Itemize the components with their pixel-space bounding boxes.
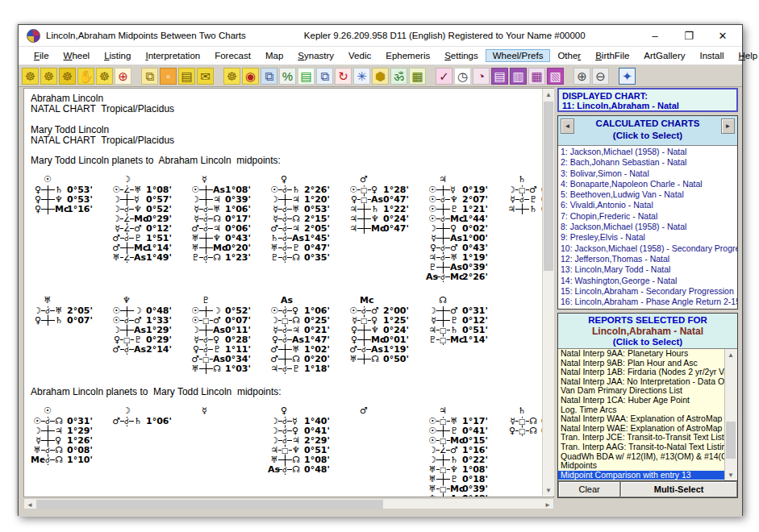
grid-ball-icon[interactable]: ⬢ (372, 68, 389, 85)
calculated-chart-item[interactable]: 9: Presley,Elvis - Natal (558, 232, 737, 243)
report-item[interactable]: Natal Interp JAA: No Interpretation - Da… (558, 377, 725, 387)
charts-page-right-button[interactable]: ► (721, 118, 735, 134)
report-item[interactable]: Natal Interp 1CA: Huber Age Point (558, 396, 725, 405)
calculated-chart-item[interactable]: 15: Lincoln,Abraham - Secondary Progress… (558, 286, 737, 297)
horizontal-scroll-thumb[interactable] (36, 500, 383, 509)
email-chart-icon[interactable]: ✉ (197, 68, 214, 85)
grid-report-icon[interactable]: ▦ (528, 68, 545, 85)
interpretation-list-icon[interactable]: ▤ (298, 68, 315, 85)
midpoint-row: ♇□Mc1°14' (426, 335, 497, 345)
calculated-charts-list[interactable]: 1: Jackson,Michael (1958) - Natal2: Bach… (558, 146, 737, 309)
menu-settings[interactable]: Settings (437, 49, 486, 62)
reports-scroll-down-arrow[interactable]: ▼ (725, 469, 736, 480)
scroll-left-arrow[interactable]: ◄ (24, 499, 35, 510)
menu-forecast[interactable]: Forecast (207, 49, 258, 62)
vertical-scrollbar[interactable]: ▲ ▼ (542, 89, 554, 496)
menu-listing[interactable]: Listing (97, 49, 138, 62)
report-item[interactable]: Natal Interp 1AB: Firdaria (Nodes 2 yr/2… (558, 368, 725, 377)
report-item[interactable]: Tran. Interp AAG: Transit-to-Natal Text … (558, 443, 725, 452)
reports-scroll-up-arrow[interactable]: ▲ (725, 349, 736, 360)
reports-list[interactable]: Natal Interp 9AA: Planetary HoursNatal I… (558, 348, 737, 480)
report-item[interactable]: Natal Interp WAA: Explanation of AstroMa… (558, 414, 725, 424)
save-icon[interactable]: ◦ (160, 68, 177, 85)
calculated-chart-item[interactable]: 3: Bolivar,Simon - Natal (558, 168, 737, 179)
report-item[interactable]: Natal Interp 9AB: Plan Hour and Asc (558, 359, 725, 368)
clock-icon[interactable]: ◷ (454, 68, 471, 85)
menu-synastry[interactable]: Synastry (290, 49, 341, 62)
wheel-hand-icon[interactable]: ✋ (77, 68, 94, 85)
reports-scrollbar[interactable]: ▲ ▼ (724, 349, 737, 480)
menu-other[interactable]: Other (550, 49, 588, 62)
text-report-icon[interactable]: ▤ (491, 68, 508, 85)
report-item[interactable]: Natal Interp 9AA: Planetary Hours (558, 349, 725, 359)
zoom-out-icon[interactable]: ⊖ (592, 68, 609, 85)
menu-artgallery[interactable]: ArtGallery (636, 49, 692, 62)
vertical-scroll-thumb[interactable] (544, 102, 553, 271)
maximize-button[interactable]: ❐ (682, 30, 695, 42)
menu-ephemeris[interactable]: Ephemeris (378, 49, 437, 62)
menu-wheelprefs[interactable]: Wheel/Prefs (486, 49, 551, 62)
minimize-button[interactable]: – (648, 30, 661, 42)
om-icon[interactable]: ॐ (390, 68, 407, 85)
menu-map[interactable]: Map (258, 49, 290, 62)
menu-help[interactable]: Help (732, 49, 759, 62)
scroll-right-arrow[interactable]: ► (542, 499, 553, 510)
zoom-in-icon[interactable]: ⊕ (573, 68, 590, 85)
reports-scroll-thumb[interactable] (726, 422, 736, 459)
report-item[interactable]: Van Dam Primary Directions List (558, 386, 725, 396)
calculated-chart-item[interactable]: 13: Lincoln,Mary Todd - Natal (558, 264, 737, 275)
report-item[interactable]: Natal Interp WAE: Explanation of AstroMa… (558, 424, 725, 434)
wheel-target-window-icon[interactable]: ◉ (242, 68, 259, 85)
menu-vedic[interactable]: Vedic (341, 49, 378, 62)
clock-wheel-icon[interactable]: ◔ (473, 68, 490, 85)
bi-wheel-icon[interactable]: ☸ (96, 68, 113, 85)
multi-select-button[interactable]: Multi-Select (620, 481, 737, 497)
calculated-chart-item[interactable]: 8: Jackson,Michael (1958) - Natal (558, 222, 737, 232)
close-button[interactable]: ✕ (716, 30, 729, 42)
menu-birthfile[interactable]: BirthFile (588, 49, 636, 62)
calculated-chart-item[interactable]: 10: Jackson,Michael (1958) - Secondary P… (558, 243, 737, 254)
page-flip-icon[interactable]: ⧉ (141, 68, 158, 85)
aspect-percent-icon[interactable]: % (279, 68, 296, 85)
wheel-window-icon[interactable]: ☸ (223, 68, 240, 85)
calculated-chart-item[interactable]: 5: Beethoven,Ludwig Van - Natal (558, 189, 737, 200)
menu-install[interactable]: Install (692, 49, 731, 62)
reports-subtitle: (Click to Select) (558, 337, 737, 347)
chart-data-icon[interactable]: ⧉ (261, 68, 277, 85)
calculated-chart-item[interactable]: 7: Chopin,Frederic - Natal (558, 211, 737, 222)
menu-interpretation[interactable]: Interpretation (138, 49, 207, 62)
horizontal-scrollbar[interactable]: ◄ ► (23, 498, 554, 509)
report-item[interactable]: Midpoints (558, 461, 725, 471)
wheel-new-icon[interactable]: ☸ (22, 68, 39, 85)
report-item[interactable]: Tran. Interp JCE: Transit-to-Transit Tex… (558, 433, 725, 443)
calculated-chart-item[interactable]: 4: Bonaparte,Napoleon Charle - Natal (558, 179, 737, 189)
calculated-chart-item[interactable]: 14: Washington,George - Natal (558, 276, 737, 286)
default-check-icon[interactable]: ✓ (436, 68, 452, 85)
calendar-icon[interactable]: ▦ (409, 68, 426, 85)
midpoint-report-area[interactable]: Abraham LincolnNATAL CHART Tropical/Plac… (23, 88, 554, 497)
report-item[interactable]: Log. Time Arcs (558, 405, 725, 415)
report-copies-icon[interactable]: ⧉ (316, 68, 333, 85)
menu-file[interactable]: File (27, 49, 56, 62)
calculated-chart-item[interactable]: 12: Jefferson,Thomas - Natal (558, 254, 737, 264)
calculated-chart-item[interactable]: 6: Vivaldi,Antonio - Natal (558, 200, 737, 210)
pointer-star-icon[interactable]: ✦ (619, 68, 636, 85)
calculated-chart-item[interactable]: 1: Jackson,Michael (1958) - Natal (558, 147, 737, 157)
target-wheel-icon[interactable]: ⊕ (115, 68, 131, 85)
report-item[interactable]: QuadWh BDA w/ #12(IM), #13(OM) & #14(O) (558, 452, 725, 462)
calculated-chart-item[interactable]: 16: Lincoln,Abraham - Phase Angle Return… (558, 297, 737, 307)
art-report-icon[interactable]: ▧ (547, 68, 564, 85)
scroll-up-arrow[interactable]: ▲ (543, 89, 554, 100)
menu-wheel[interactable]: Wheel (56, 49, 98, 62)
scroll-down-arrow[interactable]: ▼ (543, 484, 554, 496)
listing-report-icon[interactable]: ▥ (510, 68, 527, 85)
wheel-chart-icon[interactable]: ☸ (40, 68, 57, 85)
charts-page-left-button[interactable]: ◄ (561, 118, 574, 134)
recalculate-icon[interactable]: ↻ (335, 68, 352, 85)
astro-compass-icon[interactable]: ✳ (353, 68, 370, 85)
report-item[interactable]: Midpoint Comparison with entry 13 (558, 471, 725, 480)
wheel-animate-icon[interactable]: ☸ (59, 68, 76, 85)
print-icon[interactable]: ▤ (178, 68, 195, 85)
clear-button[interactable]: Clear (558, 481, 620, 497)
calculated-chart-item[interactable]: 2: Bach,Johann Sebastian - Natal (558, 157, 737, 168)
